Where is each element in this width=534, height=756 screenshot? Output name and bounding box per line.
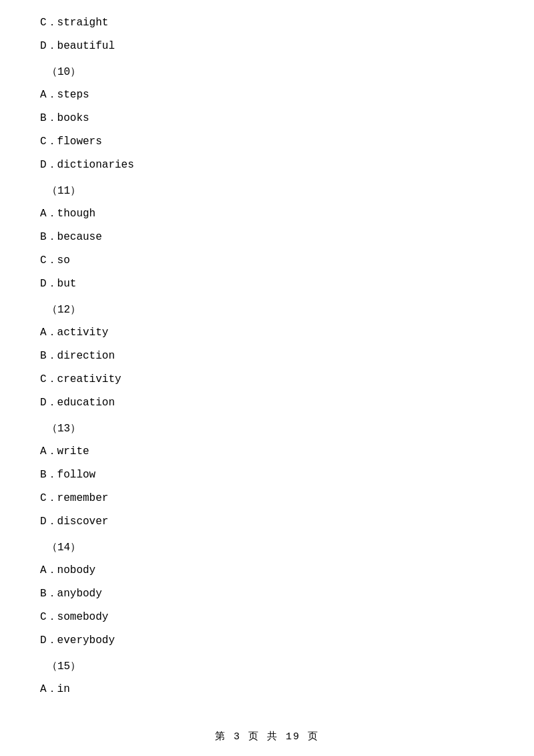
list-item: C．somebody xyxy=(40,608,494,627)
list-item: A．activity xyxy=(40,323,494,343)
list-item: C．flowers xyxy=(40,132,494,152)
list-item: B．follow xyxy=(40,465,494,485)
list-item: A．write xyxy=(40,442,494,461)
group-number-4: （13） xyxy=(40,419,494,439)
list-item: B．direction xyxy=(40,347,494,366)
list-item: A．steps xyxy=(40,85,494,105)
list-item: D．dictionaries xyxy=(40,156,494,175)
list-item: C．remember xyxy=(40,489,494,508)
list-item: D．discover xyxy=(40,512,494,532)
group-number-1: （10） xyxy=(40,63,494,82)
list-item: A．though xyxy=(40,204,494,224)
list-item: D．but xyxy=(40,274,494,294)
page-footer: 第 3 页 共 19 页 xyxy=(0,730,534,743)
group-number-2: （11） xyxy=(40,182,494,201)
main-content: C．straightD．beautiful（10）A．stepsB．booksC… xyxy=(0,0,534,743)
list-item: D．beautiful xyxy=(40,37,494,56)
group-number-3: （12） xyxy=(40,301,494,320)
list-item: C．straight xyxy=(40,13,494,33)
list-item: A．in xyxy=(40,680,494,699)
list-item: B．books xyxy=(40,109,494,128)
list-item: C．so xyxy=(40,251,494,270)
list-item: B．because xyxy=(40,228,494,247)
list-item: A．nobody xyxy=(40,561,494,580)
list-item: B．anybody xyxy=(40,584,494,604)
group-number-6: （15） xyxy=(40,657,494,677)
list-item: C．creativity xyxy=(40,370,494,389)
list-item: D．everybody xyxy=(40,631,494,650)
list-item: D．education xyxy=(40,393,494,413)
group-number-5: （14） xyxy=(40,538,494,558)
